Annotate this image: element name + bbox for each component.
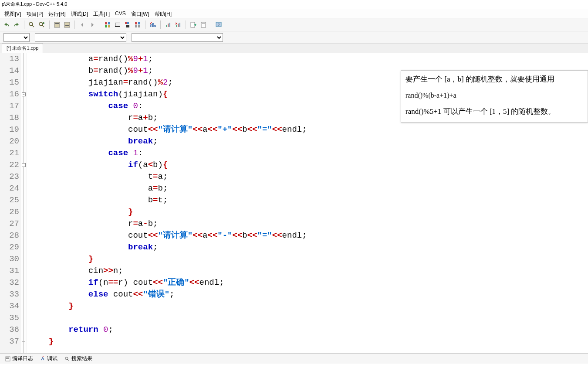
svg-rect-19 bbox=[138, 25, 140, 27]
svg-point-2 bbox=[43, 22, 44, 24]
menu-window[interactable]: 窗口[W] bbox=[128, 10, 152, 17]
fold-toggle[interactable]: − bbox=[22, 92, 26, 96]
file-tab-active[interactable]: [*] 未命名1.cpp bbox=[2, 43, 43, 53]
class-browser-combo[interactable] bbox=[3, 33, 30, 42]
svg-rect-4 bbox=[55, 23, 59, 24]
svg-rect-24 bbox=[178, 24, 179, 27]
minimize-button[interactable]: — bbox=[571, 1, 586, 8]
svg-rect-7 bbox=[105, 22, 107, 24]
bookmark-button[interactable] bbox=[199, 20, 208, 30]
svg-rect-25 bbox=[179, 23, 180, 27]
menu-bar: 视图[V] 项目[P] 运行[R] 调试[D] 工具[T] CVS 窗口[W] … bbox=[0, 9, 588, 18]
svg-rect-34 bbox=[6, 358, 9, 359]
menu-cvs[interactable]: CVS bbox=[112, 10, 128, 17]
undo-button[interactable] bbox=[2, 20, 11, 30]
compile-button[interactable] bbox=[103, 20, 112, 30]
debug-tab[interactable]: 调试 bbox=[37, 354, 61, 363]
menu-debug[interactable]: 调试[D] bbox=[68, 10, 91, 17]
window-title: p\未命名1.cpp - Dev-C++ 5.4.0 bbox=[2, 1, 67, 8]
replace-button[interactable] bbox=[37, 20, 47, 30]
svg-rect-9 bbox=[105, 25, 107, 27]
svg-rect-28 bbox=[202, 24, 205, 24]
profile-button[interactable] bbox=[163, 20, 173, 30]
scope-combo[interactable] bbox=[35, 33, 126, 42]
menu-help[interactable]: 帮助[H] bbox=[152, 10, 174, 17]
overlay-line3: rand()%5+1 可以产生一个 [1，5] 的随机整数。 bbox=[406, 106, 583, 117]
svg-point-1 bbox=[39, 22, 43, 26]
fold-column[interactable]: −− bbox=[21, 53, 27, 353]
svg-rect-15 bbox=[126, 25, 129, 27]
svg-rect-12 bbox=[115, 23, 120, 26]
run-button[interactable] bbox=[113, 20, 122, 30]
overlay-line2: rand()%(b-a+1)+a bbox=[406, 91, 583, 100]
line-gutter: 1314151617181920212223242526272829303132… bbox=[0, 53, 21, 353]
overlay-line1: 要产生一个 [a，b] 的随机整数，就要使用通用 bbox=[406, 74, 583, 85]
rebuild-button[interactable] bbox=[133, 20, 142, 30]
svg-rect-20 bbox=[166, 25, 167, 27]
menu-view[interactable]: 视图[V] bbox=[2, 10, 24, 17]
svg-rect-18 bbox=[135, 25, 137, 27]
find-button[interactable] bbox=[27, 20, 37, 30]
back-button[interactable] bbox=[78, 20, 87, 30]
file-tabbar: [*] 未命名1.cpp bbox=[0, 44, 588, 53]
profile-delete-button[interactable] bbox=[173, 20, 183, 30]
combo-toolbar bbox=[0, 31, 588, 44]
svg-rect-3 bbox=[54, 22, 60, 27]
compile-log-tab[interactable]: 编译日志 bbox=[2, 354, 37, 363]
method-combo[interactable] bbox=[132, 33, 223, 42]
options2-button[interactable] bbox=[62, 20, 72, 30]
svg-text:?: ? bbox=[218, 23, 220, 27]
svg-point-0 bbox=[29, 22, 33, 26]
main-toolbar: ? bbox=[0, 18, 588, 31]
fold-toggle[interactable]: − bbox=[22, 163, 26, 167]
reference-overlay: 要产生一个 [a，b] 的随机整数，就要使用通用 rand()%(b-a+1)+… bbox=[401, 70, 588, 123]
goto-button[interactable] bbox=[189, 20, 198, 30]
svg-rect-22 bbox=[169, 23, 170, 27]
svg-rect-13 bbox=[125, 22, 127, 24]
svg-rect-16 bbox=[135, 22, 137, 24]
title-bar: p\未命名1.cpp - Dev-C++ 5.4.0 — bbox=[0, 0, 588, 9]
bottom-panel-tabs: 编译日志 调试 搜索结果 bbox=[0, 353, 588, 364]
svg-rect-29 bbox=[202, 25, 205, 25]
options-button[interactable] bbox=[52, 20, 62, 30]
search-results-tab[interactable]: 搜索结果 bbox=[61, 354, 96, 363]
menu-run[interactable]: 运行[R] bbox=[46, 10, 68, 17]
svg-rect-10 bbox=[108, 25, 110, 27]
menu-tools[interactable]: 工具[T] bbox=[91, 10, 112, 17]
debug-button[interactable] bbox=[148, 20, 158, 30]
compile-run-button[interactable] bbox=[123, 20, 132, 30]
svg-rect-33 bbox=[6, 358, 9, 358]
svg-rect-8 bbox=[108, 22, 110, 24]
svg-rect-6 bbox=[65, 25, 69, 26]
svg-rect-23 bbox=[176, 25, 177, 27]
redo-button[interactable] bbox=[12, 20, 21, 30]
svg-rect-17 bbox=[138, 22, 140, 24]
menu-project[interactable]: 项目[P] bbox=[24, 10, 46, 17]
svg-rect-14 bbox=[127, 22, 129, 24]
forward-button[interactable] bbox=[88, 20, 97, 30]
svg-rect-21 bbox=[168, 24, 169, 27]
help-button[interactable]: ? bbox=[214, 20, 223, 30]
